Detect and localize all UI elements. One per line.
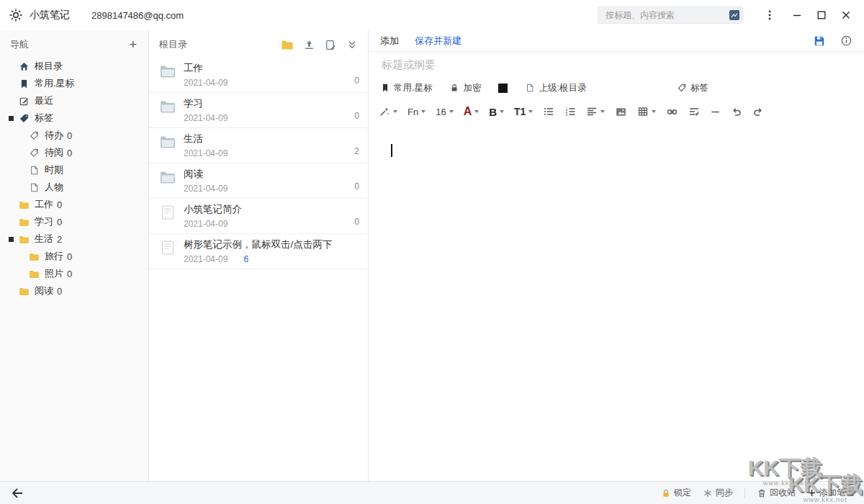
search-input[interactable] <box>604 9 729 21</box>
insert-table-button[interactable] <box>637 106 656 117</box>
color-swatch-button[interactable] <box>498 84 508 93</box>
folder-icon <box>159 168 176 186</box>
move-up-button[interactable] <box>303 39 315 51</box>
minimize-button[interactable] <box>786 5 808 25</box>
sidebar-item-study-folder[interactable]: 学习 0 <box>0 213 148 230</box>
bookmark-icon <box>380 83 390 93</box>
sidebar-item-photo-folder[interactable]: 照片 0 <box>0 265 148 282</box>
menu-button[interactable] <box>759 5 780 25</box>
font-size-button[interactable]: 16 <box>436 107 453 117</box>
numbered-list-button[interactable]: 123 <box>564 106 576 117</box>
magic-wand-button[interactable] <box>379 106 397 117</box>
insert-link-button[interactable] <box>666 106 678 118</box>
list-item[interactable]: 小筑笔记简介 2021-04-09 0 <box>149 199 368 234</box>
item-title: 树形笔记示例，鼠标双击/点击两下 <box>184 238 359 251</box>
sidebar-item-tags[interactable]: 标签 <box>0 109 148 127</box>
chevron-down-icon <box>449 110 454 113</box>
list-item[interactable]: 工作 2021-04-09 0 <box>149 58 368 93</box>
list-item[interactable]: 生活 2021-04-09 2 <box>149 128 368 163</box>
insert-image-button[interactable] <box>615 106 627 118</box>
lock-toggle[interactable]: 锁定 <box>661 487 691 499</box>
add-button[interactable]: 添加 <box>380 35 399 48</box>
sidebar-item-life-folder[interactable]: 生活 2 <box>0 230 148 248</box>
plus-icon <box>807 488 816 498</box>
search-filter-icon[interactable] <box>729 9 740 21</box>
align-button[interactable] <box>586 106 605 117</box>
list-item[interactable]: 阅读 2021-04-09 0 <box>149 163 368 199</box>
sidebar-item-label: 阅读 <box>35 284 53 297</box>
list-item[interactable]: 学习 2021-04-09 0 <box>149 93 368 128</box>
sidebar-add-button[interactable]: + <box>127 38 138 51</box>
expand-all-button[interactable] <box>346 39 358 50</box>
star-toggle-button[interactable]: 常用.星标 <box>380 82 432 94</box>
item-count: 0 <box>354 111 359 121</box>
app-name: 小筑笔记 <box>30 9 70 22</box>
sidebar-title: 导航 <box>10 38 29 51</box>
font-color-button[interactable]: A <box>464 105 480 118</box>
note-list-title: 根目录 <box>159 38 187 51</box>
sidebar-item-person[interactable]: 人物 <box>0 179 148 196</box>
maximize-button[interactable] <box>811 5 832 25</box>
sidebar-item-root-dir[interactable]: 根目录 <box>0 58 148 75</box>
sidebar-item-count: 0 <box>67 148 72 158</box>
note-title-input[interactable] <box>380 58 852 71</box>
item-title: 生活 <box>184 132 359 145</box>
folder-icon <box>19 234 30 245</box>
undo-button[interactable] <box>731 106 742 117</box>
bullet-list-button[interactable] <box>543 106 554 117</box>
titlebar-controls <box>598 5 857 25</box>
sidebar-item-period[interactable]: 时期 <box>0 161 148 179</box>
add-note-button[interactable]: 添加笔记 <box>807 487 854 499</box>
folder-icon <box>159 63 176 80</box>
sync-button[interactable]: 同步 <box>703 487 733 499</box>
back-arrow-icon <box>10 486 24 500</box>
sidebar-item-travel-folder[interactable]: 旅行 0 <box>0 248 148 265</box>
new-folder-button[interactable] <box>281 38 294 51</box>
app-window: 小筑笔记 2898147486@qq.com 导航 <box>0 0 864 504</box>
new-note-button[interactable] <box>325 39 337 51</box>
save-button[interactable] <box>813 35 826 48</box>
redo-button[interactable] <box>752 106 764 117</box>
bold-button[interactable]: B <box>489 106 504 118</box>
page-icon <box>525 83 535 93</box>
menu-dots-icon <box>765 9 775 21</box>
parent-label: 上级:根目录 <box>539 82 586 94</box>
expand-slot <box>9 78 19 89</box>
editor-content-area[interactable] <box>369 124 864 481</box>
sidebar-item-toread-tag[interactable]: 待阅 0 <box>0 144 148 161</box>
search-box[interactable] <box>598 6 743 24</box>
back-button[interactable] <box>10 486 24 500</box>
sidebar-header: 导航 + <box>0 35 148 55</box>
info-button[interactable] <box>840 35 852 47</box>
recycle-bin-button[interactable]: 回收站 <box>757 487 796 499</box>
folder-icon <box>29 269 40 279</box>
sidebar-item-label: 待阅 <box>45 146 63 159</box>
close-button[interactable] <box>835 5 857 25</box>
svg-text:3: 3 <box>566 113 568 117</box>
item-date: 2021-04-09 <box>184 184 359 194</box>
heading-button[interactable]: T1 <box>514 106 533 117</box>
add-note-label: 添加笔记 <box>819 487 854 499</box>
encrypt-button[interactable]: 加密 <box>449 82 481 94</box>
list-item[interactable]: 树形笔记示例，鼠标双击/点击两下 2021-04-09 6 <box>149 234 368 269</box>
text-wrap-button[interactable] <box>688 106 700 117</box>
chevron-down-icon <box>500 110 504 113</box>
tag-button[interactable]: 标签 <box>677 82 708 94</box>
format-toolbar: Fn 16 A B T1 <box>369 99 864 124</box>
expand-slot <box>9 199 19 210</box>
collapse-toggle[interactable] <box>9 234 19 244</box>
save-and-new-button[interactable]: 保存并新建 <box>415 35 462 48</box>
sidebar-item-reading-folder[interactable]: 阅读 0 <box>0 282 148 300</box>
sync-label: 同步 <box>716 487 733 499</box>
close-icon <box>842 11 850 19</box>
arrow-up-icon <box>303 39 315 51</box>
sidebar-item-recent[interactable]: 最近 <box>0 92 148 109</box>
fn-button[interactable]: Fn <box>408 107 426 117</box>
collapse-toggle[interactable] <box>9 113 19 123</box>
parent-folder-button[interactable]: 上级:根目录 <box>525 82 586 94</box>
sidebar-item-starred[interactable]: 常用.星标 <box>0 75 148 92</box>
sidebar-item-work-folder[interactable]: 工作 0 <box>0 196 148 213</box>
horizontal-rule-button[interactable] <box>710 107 721 117</box>
sidebar-item-todo-tag[interactable]: 待办 0 <box>0 127 148 144</box>
lock-icon <box>661 488 671 498</box>
